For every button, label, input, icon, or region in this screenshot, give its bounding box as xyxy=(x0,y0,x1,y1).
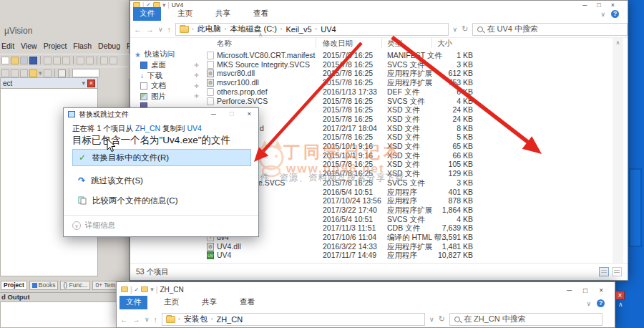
minimize-icon[interactable]: ─ xyxy=(567,286,572,294)
titlebar[interactable]: | ✓ ▾ | ZH_CN xyxy=(117,282,615,296)
stop-build-icon[interactable] xyxy=(44,69,52,77)
breadcrumb-item-1[interactable]: 此电脑 xyxy=(197,24,221,34)
rebuild-icon[interactable] xyxy=(20,69,28,77)
address-dropdown-icon[interactable]: ∨ xyxy=(429,316,434,323)
batch-build-icon[interactable] xyxy=(29,69,37,77)
redo-icon[interactable] xyxy=(86,57,94,64)
new-folder-icon[interactable] xyxy=(141,286,148,292)
table-row[interactable]: UV4.cdb2017/11/3 11:51CDB 文件7,639 KB xyxy=(201,223,610,233)
build-icon[interactable] xyxy=(11,69,19,77)
vertical-scrollbar[interactable]: ∧ xyxy=(613,38,623,263)
up-icon[interactable]: ↑ xyxy=(154,315,158,324)
dest-folder-link[interactable]: UV4 xyxy=(187,124,201,132)
tab-home[interactable]: 主页 xyxy=(157,296,185,309)
table-row[interactable]: 2017/3/22 17:40应用程序扩展1,864 KB xyxy=(201,206,610,215)
maximize-icon[interactable]: □ xyxy=(597,1,600,9)
keil-menu-edit[interactable]: Edit xyxy=(1,42,14,53)
breadcrumb-item-4[interactable]: UV4 xyxy=(321,25,336,34)
tab-home[interactable]: 主页 xyxy=(171,7,199,21)
keil-menu-flash[interactable]: Flash xyxy=(73,42,92,53)
help-icon[interactable]: ? xyxy=(611,10,619,18)
nav-forward-icon[interactable] xyxy=(109,57,117,64)
forward-icon[interactable]: → xyxy=(132,315,140,324)
table-row[interactable]: ?uv42017/10/6 11:04编译的 HTML 帮...3,591 KB xyxy=(201,233,610,242)
tab-file[interactable]: 文件 xyxy=(133,7,161,21)
copy-icon[interactable] xyxy=(53,57,61,64)
titlebar[interactable]: | ✓ ▾ | UV4 xyxy=(130,1,628,9)
table-row[interactable]: Perforce.SVCS2015/7/8 16:25SVCS 文件4 KB xyxy=(201,97,610,106)
breadcrumb-item-2[interactable]: 本地磁盘 (C:) xyxy=(230,24,276,34)
undo-icon[interactable] xyxy=(77,57,84,64)
pin-icon[interactable]: ▾ xyxy=(82,79,85,87)
source-folder-link[interactable]: ZH_CN xyxy=(135,124,160,132)
close-icon[interactable]: × xyxy=(611,1,615,9)
more-details-toggle[interactable]: ∨ 详细信息 xyxy=(72,221,115,231)
sidebar-item-2[interactable]: ↓下载✛ xyxy=(140,71,199,81)
paste-icon[interactable] xyxy=(62,57,70,64)
ribbon-collapse-icon[interactable]: ∨ xyxy=(586,300,591,307)
build-dropdown-icon[interactable]: ▾ xyxy=(39,69,42,77)
table-row[interactable]: 2017/10/24 13:56应用程序878 KB xyxy=(201,196,610,206)
download-load-icon[interactable] xyxy=(58,69,66,77)
compare-files-button[interactable]: 比较两个文件的信息(C) xyxy=(72,193,251,208)
table-row[interactable]: d2017/2/17 18:04XSD 文件8 KB xyxy=(201,124,610,133)
tab-share[interactable]: 共享 xyxy=(195,296,223,309)
save-icon[interactable] xyxy=(20,57,28,64)
dialog-minimize-icon[interactable]: ─ xyxy=(211,110,216,117)
address-bar[interactable]: ›此电脑›本地磁盘 (C:)›Keil_v5›UV4 xyxy=(175,23,448,36)
tab-view[interactable]: 查看 xyxy=(247,7,275,21)
breadcrumb-item-3[interactable]: Keil_v5 xyxy=(286,25,312,34)
table-row[interactable]: 2015/10/1 9:16XSD 文件65 KB xyxy=(201,142,610,151)
open-file-icon[interactable] xyxy=(11,57,19,64)
save-all-icon[interactable] xyxy=(29,57,37,64)
table-row[interactable]: 2016/5/4 10:51SVCS 文件4 KB xyxy=(201,215,610,224)
breadcrumb-item-2[interactable]: ZH_CN xyxy=(216,315,243,324)
details-view-icon[interactable] xyxy=(599,267,609,276)
address-dropdown-icon[interactable]: ∨ xyxy=(453,26,458,33)
address-bar[interactable]: ›安装包›ZH_CN xyxy=(162,313,425,326)
table-row[interactable]: 2015/7/8 16:25XSD 文件129 KB xyxy=(201,169,610,178)
dialog-close-icon[interactable]: × xyxy=(247,110,251,117)
table-row[interactable]: 2016/5/4 10:51应用程序401 KB xyxy=(201,188,610,197)
breadcrumb-item-1[interactable]: 安装包 xyxy=(184,314,208,324)
sidebar-quick-access[interactable]: ★ 快速访问 xyxy=(135,49,175,59)
sidebar-item-4[interactable]: 图片✛ xyxy=(140,92,199,102)
keil-tab-2[interactable]: Books xyxy=(29,281,59,290)
search-input[interactable]: 在 ZH_CN 中搜索 xyxy=(449,313,602,326)
help-icon[interactable]: ? xyxy=(597,299,605,307)
tab-file[interactable]: 文件 xyxy=(119,296,147,309)
table-row[interactable]: UVUV42017/11/7 14:49应用程序10,827 KB xyxy=(201,251,610,260)
keil-menu-view[interactable]: View xyxy=(21,42,37,53)
keil-tab-3[interactable]: () Func... xyxy=(60,281,90,290)
up-icon[interactable]: ↑ xyxy=(167,25,172,34)
keil-tab-1[interactable]: Project xyxy=(1,281,27,290)
table-row[interactable]: e.SVCS2015/7/8 16:25SVCS 文件3 KB xyxy=(201,178,610,188)
back-icon[interactable]: ← xyxy=(134,25,142,34)
recent-locations-icon[interactable]: ∨ xyxy=(158,26,163,33)
table-row[interactable]: ⚙UV4.dll2016/3/22 14:33应用程序扩展1,481 KB xyxy=(201,242,610,251)
ribbon-collapse-icon[interactable]: ∨ xyxy=(600,11,605,18)
forward-icon[interactable]: → xyxy=(146,25,154,34)
table-row[interactable]: ⚙msvcr80.dll2015/7/8 16:25应用程序扩展612 KB xyxy=(201,69,610,78)
table-row[interactable]: 2015/7/8 16:25XSD 文件24 KB xyxy=(201,105,610,115)
background-scroll-up-icon[interactable]: ∧ xyxy=(618,301,623,308)
column-type[interactable]: 类型 xyxy=(387,39,402,49)
nav-back-icon[interactable] xyxy=(100,57,108,64)
table-row[interactable]: others.prop.def2016/1/13 17:33DEF 文件6 KB xyxy=(201,87,610,97)
table-row[interactable]: 2015/7/8 16:25XSD 文件5 KB xyxy=(201,132,610,142)
search-input[interactable]: 在 UV4 中搜索 xyxy=(472,23,628,36)
tab-view[interactable]: 查看 xyxy=(233,296,261,309)
table-row[interactable]: 2015/10/1 9:16XSD 文件66 KB xyxy=(201,151,610,160)
table-row[interactable]: 2015/7/8 16:25XSD 文件105 KB xyxy=(201,160,610,169)
qat-customize-icon[interactable]: ▾ xyxy=(162,1,166,9)
keil-menu-project[interactable]: Project xyxy=(44,42,67,53)
skip-file-button[interactable]: ↷ 跳过该文件(S) xyxy=(72,173,251,188)
replace-file-button[interactable]: ✓ 替换目标中的文件(R) xyxy=(72,149,251,166)
sidebar-item-1[interactable]: 桌面✛ xyxy=(140,60,199,70)
back-icon[interactable]: ← xyxy=(120,315,128,324)
minimize-icon[interactable]: ─ xyxy=(582,1,587,9)
cut-icon[interactable] xyxy=(44,57,52,64)
sidebar-item-3[interactable]: 文档✛ xyxy=(140,81,199,91)
column-size[interactable]: 大小 xyxy=(437,39,452,49)
maximize-icon[interactable]: □ xyxy=(583,286,587,294)
